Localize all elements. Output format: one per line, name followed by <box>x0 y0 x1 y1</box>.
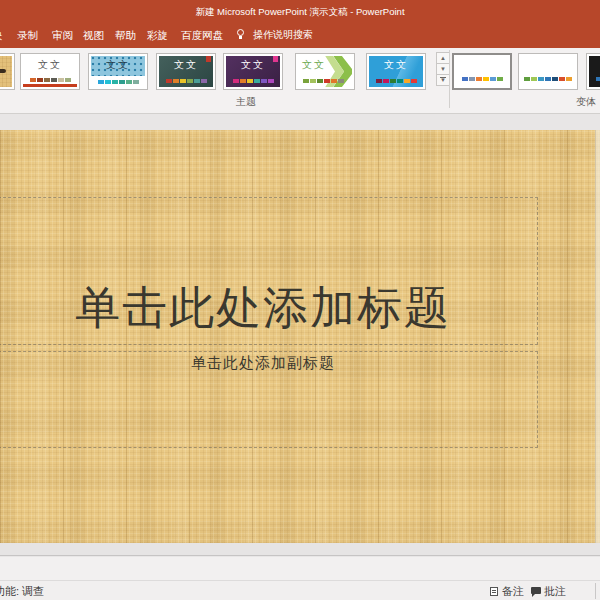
subtitle-placeholder[interactable]: 单击此处添加副标题 <box>0 351 538 448</box>
theme-accent-bar <box>23 84 77 87</box>
theme-color-swatches <box>369 79 423 83</box>
variants-group-label: 变体 <box>576 95 596 109</box>
gallery-scroll-controls: ▲ ▼ ▼ <box>436 53 450 90</box>
title-placeholder[interactable]: 单击此处添加标题 <box>0 197 538 345</box>
ribbon-design-gallery: 文文 文文 文文 文文 <box>0 48 600 114</box>
slide[interactable]: 单击此处添加标题 单击此处添加副标题 <box>0 130 600 543</box>
comment-bubble-icon <box>531 587 541 594</box>
theme-thumbnail[interactable]: 文文 <box>88 53 148 90</box>
variant-color-swatches <box>589 77 600 81</box>
theme-thumbnail[interactable]: 文文 <box>223 53 283 90</box>
theme-thumbnail[interactable]: 文文 <box>295 53 355 90</box>
tab-review[interactable]: 审阅 <box>52 22 73 48</box>
tab-baidu-netdisk[interactable]: 百度网盘 <box>181 22 223 48</box>
group-separator <box>449 50 450 108</box>
theme-preview-bar <box>0 69 6 73</box>
theme-color-swatches <box>23 78 77 82</box>
variant-color-swatches <box>455 77 509 81</box>
variant-thumbnail-selected[interactable] <box>452 53 512 90</box>
theme-color-swatches <box>298 79 352 83</box>
theme-thumbnail[interactable]: 文文 <box>156 53 216 90</box>
theme-thumbnail[interactable]: 文文 <box>20 53 80 90</box>
notes-label: 备注 <box>502 585 524 597</box>
slide-canvas-area: 单击此处添加标题 单击此处添加副标题 辅助功能: 调查 备注 批注 <box>0 115 600 600</box>
accessibility-status-text: 辅助功能: 调查 <box>0 581 44 600</box>
tab-help[interactable]: 帮助 <box>115 22 136 48</box>
lightbulb-icon <box>237 29 244 36</box>
variant-thumbnail[interactable] <box>586 53 600 90</box>
variant-thumbnail[interactable] <box>518 53 578 90</box>
tab-partial-clipped[interactable]: 映 <box>0 22 4 48</box>
title-placeholder-text: 单击此处添加标题 <box>75 278 451 344</box>
theme-color-swatches <box>159 79 213 83</box>
variant-color-swatches <box>521 77 575 81</box>
ribbon-tab-row: 映 录制 审阅 视图 帮助 彩旋 百度网盘 操作说明搜索 <box>0 22 600 48</box>
subtitle-placeholder-text: 单击此处添加副标题 <box>191 352 335 373</box>
theme-sample-text: 文文 <box>91 59 145 70</box>
comments-toggle-button[interactable]: 批注 <box>544 581 566 600</box>
tab-view[interactable]: 视图 <box>83 22 104 48</box>
comments-label: 批注 <box>544 585 566 597</box>
tab-caixuan[interactable]: 彩旋 <box>147 22 168 48</box>
accessibility-status[interactable]: 辅助功能: 调查 <box>0 581 90 600</box>
notes-toggle-button[interactable]: 备注 <box>502 581 524 600</box>
document-title: 新建 Microsoft PowerPoint 演示文稿 - PowerPoin… <box>0 0 600 23</box>
title-bar: 新建 Microsoft PowerPoint 演示文稿 - PowerPoin… <box>0 0 600 22</box>
tell-me-search[interactable]: 操作说明搜索 <box>253 22 313 48</box>
theme-color-swatches <box>226 79 280 83</box>
theme-color-swatches <box>91 80 145 84</box>
status-divider <box>595 583 596 599</box>
theme-sample-text: 文文 <box>298 59 352 70</box>
powerpoint-window: 新建 Microsoft PowerPoint 演示文稿 - PowerPoin… <box>0 0 600 600</box>
themes-group-label: 主题 <box>236 95 256 109</box>
tab-record[interactable]: 录制 <box>17 22 38 48</box>
theme-thumbnail[interactable]: 文文 <box>366 53 426 90</box>
notes-icon <box>490 587 498 596</box>
theme-thumbnail-current[interactable] <box>0 53 15 90</box>
vertical-scrollbar[interactable] <box>595 130 600 543</box>
theme-sample-text: 文文 <box>23 59 77 70</box>
gallery-expand-button[interactable]: ▼ <box>436 74 450 86</box>
status-bar: 辅助功能: 调查 备注 批注 <box>0 580 600 600</box>
theme-sample-text: 文文 <box>369 59 423 70</box>
canvas-bottom-gap <box>0 543 600 556</box>
theme-sample-text: 文文 <box>159 59 213 70</box>
theme-sample-text: 文文 <box>226 59 280 70</box>
